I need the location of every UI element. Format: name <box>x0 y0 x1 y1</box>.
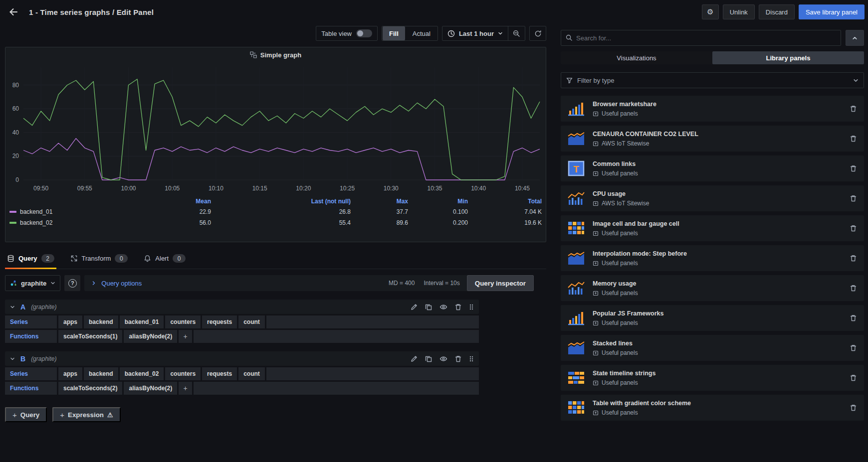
time-series-chart[interactable]: 02040608009:5009:5510:0010:0510:1010:151… <box>5 62 545 195</box>
zoom-out-button[interactable] <box>508 26 525 40</box>
library-panel-card[interactable]: CENAURA CONTAINER CO2 LEVEL AWS IoT Site… <box>561 126 864 152</box>
query-part[interactable]: requests <box>202 367 237 380</box>
functions-row: Functions scaleToSeconds(2)aliasByNode(2… <box>5 382 479 395</box>
legend-column-header[interactable]: Mean <box>166 198 211 205</box>
datasource-help-button[interactable]: ? <box>64 275 80 291</box>
legend-series-name[interactable]: backend_01 <box>9 208 166 215</box>
query-part[interactable]: apps <box>58 367 82 380</box>
fill-button[interactable]: Fill <box>383 26 405 40</box>
series-color-swatch[interactable] <box>9 222 16 224</box>
collapse-chevron-icon[interactable] <box>10 356 15 361</box>
query-part[interactable]: count <box>238 315 265 328</box>
trash-icon[interactable] <box>850 255 857 262</box>
panel-header[interactable]: Simple graph <box>5 47 546 62</box>
query-part[interactable]: requests <box>202 315 237 328</box>
search-input[interactable] <box>576 34 836 42</box>
trash-icon[interactable] <box>850 135 857 142</box>
query-part[interactable]: aliasByNode(2) <box>124 382 177 395</box>
query-part[interactable]: backend_01 <box>120 315 164 328</box>
library-panel-card[interactable]: Popular JS Frameworks Useful panels <box>561 305 864 331</box>
trash-icon[interactable] <box>455 304 461 310</box>
refresh-button[interactable] <box>529 26 546 41</box>
table-view-toggle[interactable] <box>356 29 372 37</box>
tab-query[interactable]: Query 2 <box>5 248 56 269</box>
query-ref-id[interactable]: A <box>20 303 25 311</box>
library-panel-card[interactable]: Stacked lines Useful panels <box>561 335 864 361</box>
query-part[interactable]: backend <box>84 315 118 328</box>
trash-icon[interactable] <box>850 165 857 172</box>
add-function-button[interactable]: + <box>179 330 192 343</box>
legend-column-header[interactable]: Max <box>351 198 408 205</box>
library-panel-card[interactable]: Interpolation mode: Step before Useful p… <box>561 245 864 271</box>
query-part[interactable]: backend <box>84 367 118 380</box>
duplicate-icon[interactable] <box>425 355 432 362</box>
svg-text:10:20: 10:20 <box>296 185 311 192</box>
query-part[interactable]: backend_02 <box>120 367 164 380</box>
collapse-chevron-icon[interactable] <box>10 305 15 309</box>
drag-handle-icon[interactable] <box>469 355 474 362</box>
table-thumbnail-icon <box>566 399 587 416</box>
tab-library-panels[interactable]: Library panels <box>712 51 864 64</box>
trash-icon[interactable] <box>850 195 857 202</box>
library-panel-card[interactable]: CPU usage AWS IoT Sitewise <box>561 185 864 211</box>
trash-icon[interactable] <box>455 355 461 362</box>
functions-label[interactable]: Functions <box>5 382 57 395</box>
library-panel-card[interactable]: Table with gradient color scheme Useful … <box>561 395 864 421</box>
collapse-pane-button[interactable] <box>846 30 864 46</box>
edit-pencil-icon[interactable] <box>411 304 418 310</box>
query-part[interactable]: counters <box>165 315 201 328</box>
query-ref-id[interactable]: B <box>20 355 25 363</box>
query-part[interactable]: counters <box>165 367 201 380</box>
tab-transform[interactable]: Transform 0 <box>68 248 130 269</box>
trash-icon[interactable] <box>850 105 857 112</box>
query-part[interactable]: scaleToSeconds(2) <box>58 382 122 395</box>
legend-column-header[interactable]: Total <box>468 198 542 205</box>
panel-settings-button[interactable]: ⚙ <box>702 4 719 19</box>
legend-column-header[interactable]: Min <box>408 198 468 205</box>
library-panel-card[interactable]: Browser marketshare Useful panels <box>561 96 864 122</box>
trash-icon[interactable] <box>850 404 857 411</box>
back-arrow-icon[interactable] <box>5 3 22 20</box>
library-panel-folder: Useful panels <box>593 110 656 117</box>
drag-handle-icon[interactable] <box>469 304 474 310</box>
datasource-picker[interactable]: graphite <box>5 275 60 291</box>
query-part[interactable]: apps <box>58 315 82 328</box>
library-panel-card[interactable]: T Common links Useful panels <box>561 155 864 181</box>
tab-alert[interactable]: Alert 0 <box>142 248 188 269</box>
save-library-panel-button[interactable]: Save library panel <box>799 4 865 19</box>
tab-visualizations[interactable]: Visualizations <box>561 51 712 64</box>
legend-column-header[interactable]: Last (not null) <box>211 198 351 205</box>
add-function-button[interactable]: + <box>179 382 192 395</box>
add-expression-label: Expression <box>68 411 104 419</box>
series-label[interactable]: Series <box>5 315 57 328</box>
trash-icon[interactable] <box>850 374 857 381</box>
hide-eye-icon[interactable] <box>439 304 447 310</box>
duplicate-icon[interactable] <box>425 304 432 310</box>
series-label[interactable]: Series <box>5 367 57 380</box>
trash-icon[interactable] <box>850 314 857 321</box>
functions-label[interactable]: Functions <box>5 330 57 343</box>
trash-icon[interactable] <box>850 225 857 232</box>
query-part[interactable]: scaleToSeconds(1) <box>58 330 122 343</box>
hide-eye-icon[interactable] <box>439 355 447 362</box>
actual-button[interactable]: Actual <box>406 26 437 40</box>
add-query-button[interactable]: + Query <box>5 407 47 422</box>
add-expression-button[interactable]: + Expression ⚠ <box>52 407 120 422</box>
legend-series-name[interactable]: backend_02 <box>9 219 166 226</box>
library-panel-card[interactable]: Memory usage Useful panels <box>561 275 864 301</box>
series-color-swatch[interactable] <box>9 211 16 213</box>
unlink-button[interactable]: Unlink <box>723 4 755 19</box>
filter-by-type-select[interactable]: Filter by type <box>561 72 864 88</box>
library-panel-card[interactable]: Image cell and bar gauge cell Useful pan… <box>561 215 864 241</box>
time-range-picker[interactable]: Last 1 hour <box>442 30 508 37</box>
tab-query-label: Query <box>18 255 37 262</box>
trash-icon[interactable] <box>850 344 857 351</box>
library-panel-card[interactable]: State timeline strings Useful panels <box>561 365 864 391</box>
query-part[interactable]: count <box>238 367 265 380</box>
query-inspector-button[interactable]: Query inspector <box>467 275 534 291</box>
trash-icon[interactable] <box>850 285 857 292</box>
discard-button[interactable]: Discard <box>759 4 795 19</box>
edit-pencil-icon[interactable] <box>411 355 418 362</box>
query-options-toggle[interactable]: Query options <box>91 280 142 287</box>
query-part[interactable]: aliasByNode(2) <box>124 330 177 343</box>
